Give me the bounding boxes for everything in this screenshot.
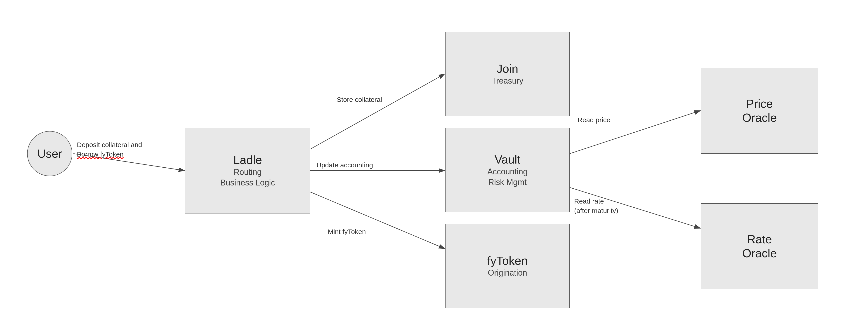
fytoken-title: fyToken [487,254,528,268]
vault-node: Vault AccountingRisk Mgmt [445,128,570,212]
vault-title: Vault [495,153,521,166]
arrow-ladle-fytoken [310,192,444,249]
join-treasury-node: Join Treasury [445,32,570,116]
user-node: User [27,131,72,176]
label-ladle-fytoken: Mint fyToken [328,227,366,236]
label-user-ladle: Deposit collateral andBorrow fyToken [77,140,142,159]
label-ladle-join: Store collateral [337,95,382,104]
price-oracle-title: PriceOracle [742,97,777,125]
arrow-ladle-join [310,74,444,149]
join-title: Join [497,62,518,76]
rate-oracle-title: RateOracle [742,232,777,260]
diagram-container: User Ladle RoutingBusiness Logic Join Tr… [0,0,868,328]
price-oracle-node: PriceOracle [701,68,818,154]
vault-subtitle: AccountingRisk Mgmt [487,166,528,188]
fytoken-node: fyToken Origination [445,224,570,308]
ladle-node: Ladle RoutingBusiness Logic [185,128,310,214]
label-vault-price: Read price [578,115,610,125]
label-vault-rate: Read rate(after maturity) [574,197,618,216]
ladle-title: Ladle [233,153,262,167]
user-label: User [37,147,62,160]
join-subtitle: Treasury [492,76,524,86]
rate-oracle-node: RateOracle [701,203,818,289]
label-ladle-vault: Update accounting [316,160,373,170]
fytoken-subtitle: Origination [488,268,527,278]
ladle-subtitle: RoutingBusiness Logic [220,167,275,188]
